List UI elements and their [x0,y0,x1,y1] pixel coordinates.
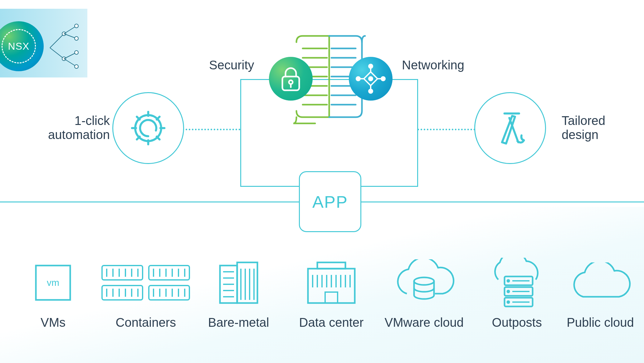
datacenter-icon [305,259,358,306]
network-topology-icon [355,63,386,94]
svg-rect-72 [149,286,189,300]
dotted-left [183,129,240,130]
nsx-text: NSX [2,29,36,63]
svg-rect-58 [149,266,189,280]
svg-rect-51 [102,266,143,280]
platform-label: Bare-metal [208,316,269,330]
platform-vmwarecloud: VMware cloud [380,259,468,330]
svg-point-47 [381,77,385,81]
gear-icon [128,108,168,148]
nsx-logo-block: NSX [0,9,87,77]
platform-label: VMware cloud [385,316,464,330]
svg-point-104 [507,280,509,282]
security-label: Security [209,58,254,72]
svg-point-107 [507,291,509,292]
automation-circle [112,92,184,164]
svg-line-17 [137,117,140,120]
svg-point-48 [369,77,373,81]
lock-icon [280,65,302,93]
platform-containers: Containers [102,259,189,330]
app-label: APP [312,192,348,211]
platform-label: Data center [299,316,364,330]
tailored-line1: Tailored [562,114,605,127]
design-tools-icon [490,108,530,148]
automation-label: 1-click automation [41,114,110,142]
svg-line-10 [64,59,76,67]
svg-line-20 [157,117,159,120]
cloud-icon [566,262,635,303]
cloud-stack-icon [483,258,551,308]
containers-icon [100,262,191,303]
security-badge [269,57,313,101]
tailored-line2: design [562,128,598,142]
svg-point-11 [75,65,78,68]
svg-point-3 [75,24,78,28]
svg-point-110 [507,301,509,303]
nsx-circle: NSX [0,21,44,71]
platform-outposts: Outposts [473,259,561,330]
svg-rect-65 [102,286,143,300]
svg-line-2 [64,26,76,34]
svg-rect-101 [325,292,338,303]
automation-line2: automation [48,128,110,142]
platform-label: Public cloud [567,316,634,330]
svg-line-6 [50,48,64,59]
platform-row: vm VMs [0,259,644,330]
platform-label: Containers [116,316,176,330]
svg-text:vm: vm [47,277,59,288]
svg-point-45 [356,77,360,81]
cloud-db-icon [390,259,458,306]
dotted-right [417,129,475,130]
svg-point-41 [369,64,373,68]
platform-label: Outposts [492,316,542,330]
app-box: APP [299,171,361,232]
svg-rect-91 [317,262,345,269]
platform-vms: vm VMs [9,259,97,330]
tailored-label: Tailored design [562,114,605,142]
networking-badge [349,57,393,101]
svg-point-9 [75,51,78,54]
svg-point-102 [414,277,434,285]
nsx-network-icon [47,21,84,74]
platform-publiccloud: Public cloud [566,259,635,330]
platform-label: VMs [41,316,66,330]
platform-datacenter: Data center [288,259,375,330]
svg-point-5 [75,37,78,40]
automation-line1: 1-click [75,114,110,127]
vm-icon: vm [33,262,73,303]
networking-label: Networking [402,58,464,72]
platform-baremetal: Bare-metal [195,259,282,330]
svg-line-0 [50,34,64,48]
svg-point-43 [369,89,373,93]
building-icon [215,259,262,306]
svg-line-19 [137,137,140,139]
tailored-circle [474,92,546,164]
svg-line-18 [157,137,159,139]
